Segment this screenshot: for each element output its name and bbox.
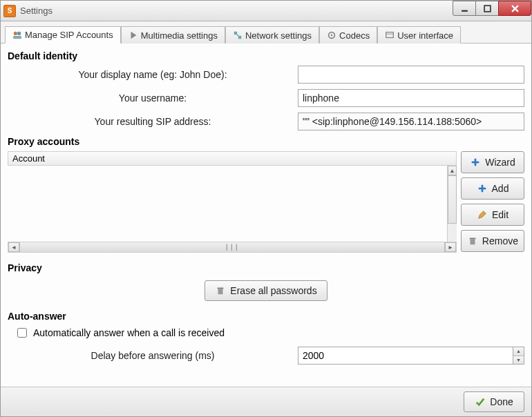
vertical-scrollbar[interactable]: ▲ [447, 166, 457, 242]
tab-user-interface[interactable]: User interface [377, 26, 461, 43]
tab-label: Network settings [245, 30, 312, 41]
section-proxy-accounts: Proxy accounts [8, 136, 524, 147]
erase-passwords-button[interactable]: Erase all passwords [205, 280, 327, 301]
scroll-thumb[interactable] [448, 175, 457, 224]
scroll-right-arrow-icon[interactable]: ► [445, 242, 456, 252]
check-icon [475, 396, 486, 407]
svg-line-10 [237, 35, 238, 36]
svg-rect-20 [470, 239, 475, 244]
proxy-area: Account ▲ ◄ ┃┃┃ ► Wizard [8, 151, 524, 253]
delay-label: Delay before answering (ms) [8, 350, 298, 361]
tab-label: User interface [397, 30, 453, 41]
sip-address-label: Your resulting SIP address: [8, 116, 298, 127]
ui-icon [385, 30, 395, 40]
add-button[interactable]: Add [461, 177, 524, 200]
pencil-icon [477, 209, 488, 220]
section-auto-answer: Auto-answer [8, 311, 524, 322]
close-button[interactable] [498, 1, 531, 16]
edit-button[interactable]: Edit [461, 204, 524, 226]
done-button[interactable]: Done [464, 391, 524, 412]
tab-network-settings[interactable]: Network settings [225, 26, 319, 43]
users-icon [12, 30, 22, 40]
svg-rect-23 [218, 288, 224, 289]
svg-rect-8 [234, 32, 237, 35]
section-privacy: Privacy [8, 262, 524, 273]
svg-marker-7 [131, 32, 136, 39]
plus-icon [470, 157, 481, 168]
svg-point-12 [331, 35, 333, 37]
display-name-input[interactable] [298, 66, 524, 84]
plus-icon [477, 183, 488, 194]
button-label: Erase all passwords [230, 285, 316, 296]
tab-multimedia-settings[interactable]: Multimedia settings [121, 26, 225, 43]
svg-rect-21 [470, 238, 476, 240]
button-label: Remove [482, 235, 518, 246]
horizontal-scrollbar[interactable]: ◄ ┃┃┃ ► [8, 242, 457, 253]
spin-up-button[interactable]: ▲ [513, 347, 524, 356]
sip-address-output [298, 113, 524, 130]
tab-codecs[interactable]: Codecs [319, 26, 377, 43]
dialog-footer: Done [1, 387, 531, 416]
proxy-buttons: Wizard Add Edit Remove [461, 151, 524, 253]
scroll-left-arrow-icon[interactable]: ◄ [8, 242, 19, 252]
svg-rect-22 [218, 289, 223, 294]
tab-manage-sip-accounts[interactable]: Manage SIP Accounts [5, 26, 121, 43]
network-icon [233, 30, 243, 40]
remove-button[interactable]: Remove [461, 230, 524, 252]
maximize-button[interactable] [475, 1, 499, 16]
tab-bar: Manage SIP Accounts Multimedia settings … [1, 21, 531, 43]
accounts-list-panel: Account ▲ ◄ ┃┃┃ ► [8, 151, 457, 253]
scroll-up-arrow-icon[interactable]: ▲ [448, 166, 457, 175]
auto-answer-checkbox-row[interactable]: Automatically answer when a call is rece… [15, 326, 524, 340]
username-input[interactable] [298, 89, 524, 107]
app-icon: S [3, 5, 16, 17]
accounts-column-header[interactable]: Account [8, 151, 457, 166]
tab-label: Manage SIP Accounts [25, 30, 113, 40]
minimize-button[interactable] [453, 1, 476, 16]
svg-point-4 [14, 31, 17, 35]
hscroll-thumb[interactable]: ┃┃┃ [19, 242, 445, 252]
svg-rect-9 [238, 36, 241, 39]
window-controls [453, 1, 531, 16]
delay-input[interactable] [298, 347, 513, 365]
accounts-list[interactable]: ▲ [8, 166, 457, 242]
button-label: Done [490, 396, 513, 407]
display-name-label: Your display name (eg: John Doe): [8, 69, 298, 80]
svg-point-5 [17, 31, 21, 35]
button-label: Add [492, 183, 509, 194]
play-icon [129, 30, 138, 40]
username-label: Your username: [8, 93, 298, 104]
button-label: Edit [492, 209, 509, 220]
delay-spinner: ▲ ▼ [298, 347, 524, 365]
tab-label: Multimedia settings [141, 30, 218, 41]
titlebar: S Settings [1, 1, 531, 21]
tab-content: Default identity Your display name (eg: … [1, 43, 531, 387]
auto-answer-checkbox[interactable] [17, 328, 27, 338]
svg-rect-1 [484, 6, 491, 12]
svg-rect-6 [13, 35, 21, 38]
svg-marker-19 [479, 211, 486, 219]
checkbox-label: Automatically answer when a call is rece… [33, 327, 225, 338]
trash-icon [467, 235, 478, 246]
codec-icon [327, 30, 336, 40]
button-label: Wizard [485, 157, 515, 168]
trash-icon [215, 285, 226, 296]
svg-rect-13 [386, 32, 394, 38]
settings-window: S Settings Manage SIP Accounts Mul [0, 0, 532, 417]
spin-down-button[interactable]: ▼ [513, 356, 524, 365]
tab-label: Codecs [339, 30, 370, 41]
wizard-button[interactable]: Wizard [461, 151, 524, 173]
section-default-identity: Default identity [8, 50, 524, 61]
window-title: Settings [20, 6, 53, 16]
